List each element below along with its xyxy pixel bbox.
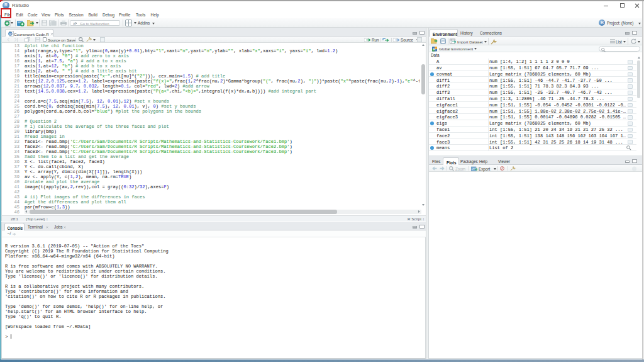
svg-text:A: A	[73, 23, 75, 26]
svg-text:R: R	[9, 32, 12, 36]
svg-text:R: R	[433, 47, 436, 51]
